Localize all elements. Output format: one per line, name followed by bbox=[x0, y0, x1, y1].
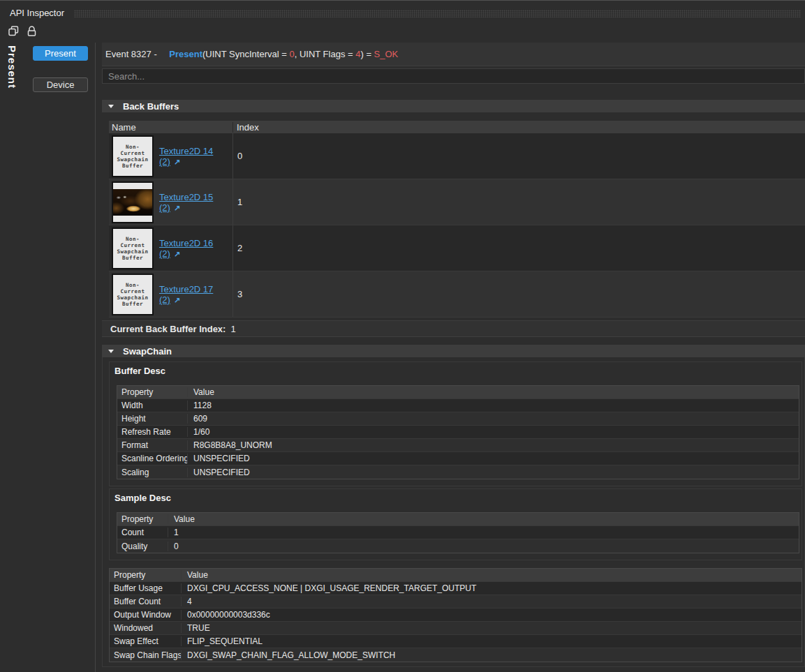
event-args-pre: (UINT SyncInterval = bbox=[202, 49, 289, 59]
table-header-row: Property Value bbox=[110, 569, 802, 582]
table-row: Texture2D 15 (2)↗ 1 bbox=[109, 179, 805, 225]
current-back-buffer-row: Current Back Buffer Index: 1 bbox=[102, 320, 805, 337]
chevron-down-icon bbox=[108, 105, 114, 108]
sample-desc-panel: Sample Desc Property Value Count 1 Quali… bbox=[109, 488, 802, 560]
table-header-row: Name Index bbox=[109, 121, 805, 133]
property-name: Scaling bbox=[117, 468, 187, 477]
section-title: Back Buffers bbox=[123, 101, 179, 112]
table-row: Non-Current Swapchain Buffer Texture2D 1… bbox=[109, 133, 805, 179]
external-link-icon: ↗ bbox=[174, 158, 180, 166]
table-row: Swap Chain Flags DXGI_SWAP_CHAIN_FLAG_AL… bbox=[110, 648, 802, 662]
api-inspector-window: API Inspector Present Present Device bbox=[0, 0, 805, 672]
event-header: Event 8327 - Present(UINT SyncInterval =… bbox=[102, 43, 805, 66]
buffer-index-value: 1 bbox=[232, 179, 805, 225]
thumbnail-label: Non-Current Swapchain Buffer bbox=[115, 236, 150, 261]
copy-icon bbox=[8, 25, 20, 37]
property-name: Buffer Count bbox=[110, 597, 181, 606]
table-row: Buffer Count 4 bbox=[110, 595, 802, 608]
buffer-thumbnail[interactable]: Non-Current Swapchain Buffer bbox=[112, 274, 154, 315]
section-header-swapchain[interactable]: SwapChain bbox=[102, 345, 805, 357]
panel-titlebar[interactable]: API Inspector bbox=[0, 1, 805, 19]
texture-link[interactable]: Texture2D 16 (2) bbox=[159, 238, 213, 259]
property-value: 1 bbox=[168, 528, 799, 537]
event-args-mid: , UINT Flags = bbox=[295, 49, 356, 59]
table-header-row: Property Value bbox=[117, 513, 799, 526]
lock-icon bbox=[26, 25, 38, 37]
property-name: Refresh Rate bbox=[117, 427, 187, 437]
buffer-name-cell: Texture2D 15 (2)↗ bbox=[109, 179, 232, 225]
external-link-icon: ↗ bbox=[174, 204, 180, 212]
buffer-name-cell: Non-Current Swapchain Buffer Texture2D 1… bbox=[109, 271, 232, 317]
column-header-property[interactable]: Property bbox=[117, 387, 187, 397]
sidebar-buttons: Present Device bbox=[33, 46, 88, 92]
sidebar-item-present[interactable]: Present bbox=[33, 46, 88, 61]
property-name: Count bbox=[117, 528, 168, 537]
column-header-property[interactable]: Property bbox=[110, 570, 181, 580]
column-header-value[interactable]: Value bbox=[181, 570, 802, 580]
property-value: UNSPECIFIED bbox=[187, 454, 799, 463]
buffer-desc-panel: Buffer Desc Property Value Width 1128 He… bbox=[109, 361, 802, 486]
table-row: Output Window 0x00000000003d336c bbox=[110, 608, 802, 622]
column-header-property[interactable]: Property bbox=[117, 514, 168, 524]
table-row: Windowed TRUE bbox=[110, 622, 802, 635]
buffer-thumbnail[interactable]: Non-Current Swapchain Buffer bbox=[112, 227, 154, 269]
property-value: DXGI_CPU_ACCESS_NONE | DXGI_USAGE_RENDER… bbox=[181, 583, 802, 593]
buffer-desc-title: Buffer Desc bbox=[114, 364, 799, 385]
event-args-post: ) = bbox=[360, 49, 374, 59]
property-name: Output Window bbox=[110, 610, 181, 620]
column-header-index[interactable]: Index bbox=[232, 122, 805, 133]
buffer-thumbnail[interactable] bbox=[112, 181, 154, 223]
event-prefix: Event 8327 - bbox=[105, 49, 159, 59]
texture-link[interactable]: Texture2D 17 (2) bbox=[159, 284, 213, 305]
table-header-row: Property Value bbox=[117, 386, 799, 399]
table-row: Height 609 bbox=[117, 412, 799, 426]
table-row: Width 1128 bbox=[117, 399, 799, 412]
sidebar-group-label: Present bbox=[6, 45, 18, 89]
external-link-icon: ↗ bbox=[174, 296, 180, 304]
buffer-thumbnail[interactable]: Non-Current Swapchain Buffer bbox=[112, 135, 154, 177]
property-name: Windowed bbox=[110, 623, 181, 633]
event-flags-value: 4 bbox=[355, 49, 360, 59]
duplicate-panel-button[interactable] bbox=[8, 25, 20, 37]
buffer-index-value: 2 bbox=[232, 225, 805, 271]
column-header-value[interactable]: Value bbox=[187, 387, 799, 397]
thumbnail-label: Non-Current Swapchain Buffer bbox=[115, 282, 150, 307]
current-back-buffer-value: 1 bbox=[230, 324, 235, 334]
property-name: Swap Effect bbox=[110, 636, 181, 646]
dock-grip[interactable] bbox=[74, 10, 801, 17]
swapchain-body: Buffer Desc Property Value Width 1128 He… bbox=[102, 357, 805, 667]
current-back-buffer-label: Current Back Buffer Index: bbox=[110, 324, 226, 334]
buffer-preview-image bbox=[113, 189, 152, 216]
search-input[interactable] bbox=[102, 68, 805, 84]
panel-title: API Inspector bbox=[10, 8, 64, 18]
panel-toolbar bbox=[0, 19, 805, 43]
texture-link[interactable]: Texture2D 14 (2) bbox=[159, 146, 213, 167]
column-header-name[interactable]: Name bbox=[109, 122, 232, 133]
column-header-value[interactable]: Value bbox=[168, 514, 799, 524]
property-value: 0x00000000003d336c bbox=[181, 610, 802, 620]
sample-desc-title: Sample Desc bbox=[114, 491, 799, 512]
buffer-name-cell: Non-Current Swapchain Buffer Texture2D 1… bbox=[109, 225, 232, 271]
event-sync-interval-value: 0 bbox=[289, 49, 294, 59]
table-row: Non-Current Swapchain Buffer Texture2D 1… bbox=[109, 225, 805, 271]
property-name: Scanline Ordering bbox=[117, 454, 187, 463]
sidebar-item-device[interactable]: Device bbox=[33, 77, 88, 92]
event-function-link[interactable]: Present bbox=[169, 49, 202, 59]
main-content: Event 8327 - Present(UINT SyncInterval =… bbox=[96, 43, 805, 672]
property-value: 1128 bbox=[187, 401, 799, 410]
section-header-back-buffers[interactable]: Back Buffers bbox=[102, 100, 805, 112]
sidebar: Present Present Device bbox=[0, 43, 96, 672]
property-value: UNSPECIFIED bbox=[187, 468, 799, 477]
table-row: Quality 0 bbox=[117, 539, 799, 553]
table-row: Scanline Ordering UNSPECIFIED bbox=[117, 452, 799, 465]
property-name: Height bbox=[117, 414, 187, 424]
table-row: Scaling UNSPECIFIED bbox=[117, 465, 799, 479]
texture-link[interactable]: Texture2D 15 (2) bbox=[159, 192, 213, 213]
table-row: Count 1 bbox=[117, 526, 799, 539]
lock-panel-button[interactable] bbox=[26, 25, 38, 37]
external-link-icon: ↗ bbox=[174, 250, 180, 258]
swapchain-props-table: Property Value Buffer Usage DXGI_CPU_ACC… bbox=[109, 568, 802, 662]
table-row: Format R8G8B8A8_UNORM bbox=[117, 439, 799, 452]
property-name: Swap Chain Flags bbox=[110, 650, 181, 660]
sample-desc-table: Property Value Count 1 Quality 0 bbox=[117, 512, 799, 553]
